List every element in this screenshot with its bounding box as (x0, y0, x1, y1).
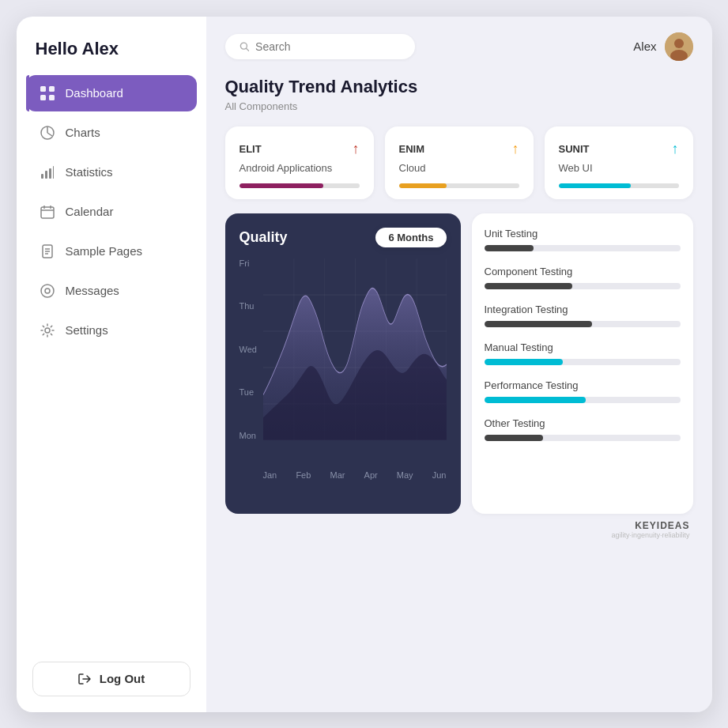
x-label-apr: Apr (364, 470, 378, 480)
testing-label-manual: Manual Testing (485, 341, 681, 353)
x-label-may: May (397, 470, 413, 480)
svg-rect-9 (41, 207, 54, 218)
testing-label-component: Component Testing (485, 266, 681, 277)
y-label-tue: Tue (240, 387, 257, 397)
card-bar-track-elit (240, 183, 360, 188)
testing-item-performance: Performance Testing (485, 379, 681, 403)
svg-point-17 (41, 285, 54, 297)
branding-name: KEYIDEAS (225, 520, 690, 531)
testing-bar-track-manual (485, 359, 681, 365)
svg-rect-6 (45, 171, 47, 179)
svg-rect-0 (40, 86, 46, 92)
avatar-image (665, 32, 693, 61)
testing-bar-track-performance (485, 397, 681, 403)
card-top-elit: ELIT ↑ (240, 141, 360, 157)
logout-button[interactable]: Log Out (32, 662, 190, 696)
testing-label-performance: Performance Testing (485, 379, 681, 391)
testing-label-other: Other Testing (485, 417, 681, 429)
search-box[interactable] (225, 34, 415, 59)
sidebar-nav: Dashboard Charts (17, 75, 206, 646)
settings-icon (39, 322, 56, 339)
sidebar-item-dashboard[interactable]: Dashboard (26, 75, 197, 111)
x-label-mar: Mar (330, 470, 345, 480)
sidebar-item-messages[interactable]: Messages (26, 273, 197, 309)
sidebar-label-messages: Messages (66, 284, 119, 297)
user-area: Alex (633, 32, 692, 61)
testing-bar-other (485, 435, 543, 441)
svg-rect-8 (53, 166, 54, 179)
testing-bar-component (485, 283, 573, 289)
sidebar-header: Hello Alex (17, 17, 206, 75)
sidebar-item-statistics[interactable]: Statistics (26, 154, 197, 190)
sidebar-label-sample-pages: Sample Pages (66, 244, 143, 258)
sidebar-item-settings[interactable]: Settings (26, 312, 197, 349)
card-top-sunit: SUNIT ↑ (559, 141, 679, 157)
testing-bar-performance (485, 397, 587, 403)
card-label-enim: ENIM (399, 143, 425, 155)
search-input[interactable] (255, 40, 400, 53)
sidebar: Hello Alex Dashboard (17, 17, 206, 712)
branding-tagline: agility·ingenuity·reliability (225, 531, 690, 539)
card-bar-fill-sunit (559, 183, 631, 188)
search-icon (240, 41, 250, 52)
chart-area: Fri Thu Wed Tue Mon (240, 258, 447, 480)
card-label-sunit: SUNIT (559, 143, 590, 155)
page-subtitle: All Components (225, 100, 693, 112)
card-desc-enim: Cloud (399, 162, 519, 174)
testing-item-manual: Manual Testing (485, 341, 681, 365)
testing-label-integration: Integration Testing (485, 304, 681, 315)
logout-label: Log Out (100, 672, 145, 685)
card-label-elit: ELIT (240, 143, 262, 155)
card-arrow-enim: ↑ (512, 141, 519, 157)
testing-item-other: Other Testing (485, 417, 681, 441)
app-title: Hello Alex (36, 39, 187, 59)
sidebar-item-sample-pages[interactable]: Sample Pages (26, 233, 197, 270)
svg-rect-7 (49, 168, 51, 179)
card-bar-track-sunit (559, 183, 679, 188)
metric-card-elit: ELIT ↑ Android Applications (225, 126, 374, 199)
svg-line-21 (246, 48, 248, 51)
card-arrow-sunit: ↑ (672, 141, 679, 157)
x-label-jun: Jun (432, 470, 447, 480)
testing-bar-track-unit (485, 245, 681, 251)
metric-card-sunit: SUNIT ↑ Web UI (545, 126, 693, 199)
sidebar-label-charts: Charts (66, 126, 100, 139)
sidebar-item-charts[interactable]: Charts (26, 115, 197, 151)
x-axis-labels: Jan Feb Mar Apr May Jun (263, 470, 447, 480)
card-bar-fill-enim (399, 183, 447, 188)
bottom-section: Quality 6 Months Fri Thu Wed Tue Mon (225, 213, 693, 514)
testing-bar-track-integration (485, 321, 681, 327)
page-title: Quality Trend Analytics (225, 77, 693, 97)
testing-item-component: Component Testing (485, 266, 681, 289)
charts-icon (39, 124, 56, 141)
sidebar-label-settings: Settings (66, 323, 108, 337)
chart-header: Quality 6 Months (240, 228, 447, 247)
chart-title: Quality (240, 229, 288, 246)
testing-bar-integration (485, 321, 592, 327)
sidebar-label-dashboard: Dashboard (66, 86, 123, 100)
svg-point-23 (674, 39, 684, 48)
x-label-feb: Feb (296, 470, 311, 480)
sidebar-item-calendar[interactable]: Calendar (26, 194, 197, 230)
topbar: Alex (225, 32, 693, 61)
card-bar-fill-elit (240, 183, 323, 188)
testing-item-unit: Unit Testing (485, 228, 681, 251)
svg-rect-3 (49, 95, 55, 100)
messages-icon (39, 282, 56, 300)
months-badge[interactable]: 6 Months (375, 228, 446, 247)
dashboard-icon (39, 85, 56, 102)
y-axis-labels: Fri Thu Wed Tue Mon (240, 258, 257, 440)
branding: KEYIDEAS agility·ingenuity·reliability (225, 520, 693, 539)
avatar (665, 32, 693, 61)
svg-point-19 (45, 328, 50, 333)
x-label-jan: Jan (263, 470, 277, 480)
main-content: Alex Quality Trend Analytics All Compone… (206, 17, 712, 712)
testing-bar-manual (485, 359, 563, 365)
card-top-enim: ENIM ↑ (399, 141, 519, 157)
y-label-fri: Fri (240, 258, 257, 268)
svg-rect-5 (41, 174, 43, 179)
cards-row: ELIT ↑ Android Applications ENIM ↑ Cloud (225, 126, 693, 199)
testing-card: Unit Testing Component Testing Integrati… (472, 213, 693, 514)
y-label-wed: Wed (240, 345, 257, 354)
sample-pages-icon (39, 243, 56, 260)
